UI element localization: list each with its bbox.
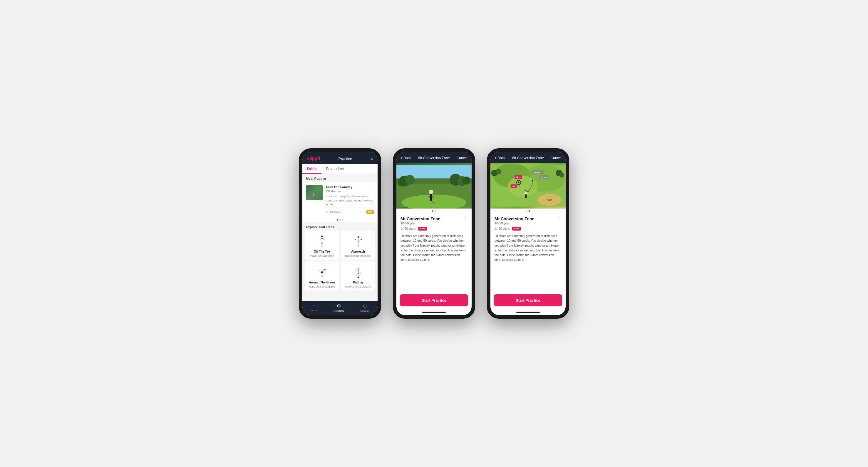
activities-icon: ⚙ [337,303,341,309]
approach-skill-icon [351,234,366,249]
svg-point-16 [357,236,359,238]
shots-count: 10 shots [330,210,340,213]
svg-point-46 [462,176,470,185]
drill-description-p3: 20 shots are randomly generated at dista… [495,234,561,262]
drill-thumbnail: 🏌️ [306,185,323,200]
svg-point-8 [321,238,322,239]
cancel-button-p3[interactable]: Cancel [551,156,561,160]
svg-point-23 [324,269,326,270]
atg-skill-name: Around The Green [309,281,335,284]
menu-icon[interactable]: ≡ [371,156,373,161]
phone-3-screen: < Back 6ft Conversion Zone Cancel [490,152,566,315]
svg-point-17 [321,275,323,277]
featured-drill-card[interactable]: 🏌️ Find The Fairway Off The Tee Create a… [302,182,378,217]
golf-scene-svg [396,163,472,208]
drill-description: 20 shots are randomly generated at dista… [401,234,467,262]
svg-point-14 [355,239,356,240]
phone-2: < Back 6ft Conversion Zone Cancel [393,148,475,319]
tab-favourites[interactable]: Favourites [321,164,349,174]
svg-text:ROUGH: ROUGH [541,176,547,178]
putting-skill-icon [351,265,366,279]
phone-2-content: 6ft Conversion Zone 10-50 yds ♡ ⏱ 20 sho… [396,213,472,291]
drill-card-subtitle: Off The Tee [326,190,374,193]
skill-card-putting[interactable]: Putting Make and lag practice [341,261,375,291]
svg-point-42 [405,175,414,185]
drill-card-description: Create an imaginary fairway using trees … [326,194,374,206]
svg-point-66 [525,192,527,194]
phone-3: < Back 6ft Conversion Zone Cancel [487,148,569,319]
svg-point-48 [429,190,433,194]
arg-badge-p2: ARG [418,227,427,231]
arg-badge-p3: ARG [512,227,521,231]
svg-rect-65 [525,194,527,198]
bottom-nav: ⌂ Home ⚙ Activities ⊕ Capture [302,301,378,315]
img-dot-1 [432,210,433,212]
svg-point-0 [321,245,323,247]
back-button-p2[interactable]: < Back [401,156,411,160]
phone-2-header: < Back 6ft Conversion Zone Cancel [396,152,472,163]
clock-icon: ⏱ [326,210,329,213]
drill-name-p3: 6ft Conversion Zone [495,216,534,221]
svg-point-25 [318,270,319,271]
atg-skill-icon [315,265,330,279]
atg-skill-desc: Hone your short game [309,285,335,288]
drill-meta-p3: ⏱ 20 shots ARG [495,227,561,231]
dot-2 [339,219,341,221]
svg-point-34 [355,275,356,276]
skill-card-approach[interactable]: Approach Dial-in to hit the green [341,231,375,260]
drill-meta: ⏱ 20 shots ARG [401,227,467,231]
phone-3-title: 6ft Conversion Zone [512,156,544,160]
dot-1 [337,219,338,221]
shots-label: ⏱ 10 shots [326,210,340,213]
svg-text:Miss: Miss [516,176,521,178]
svg-rect-49 [428,197,434,198]
svg-point-43 [398,178,406,186]
phone-3-header: < Back 6ft Conversion Zone Cancel [490,152,566,163]
approach-skill-desc: Dial-in to hit the green [345,254,371,257]
drill-header-p3: 6ft Conversion Zone 10-50 yds ♡ [495,216,561,225]
tab-drills[interactable]: Drills [302,164,321,174]
svg-point-72 [518,181,519,183]
drill-thumbnail-bg: 🏌️ [306,185,323,200]
tabs-bar: Drills Favourites [302,164,378,174]
nav-capture[interactable]: ⊕ Capture [360,303,370,312]
phone-1-screen: clippd Practice ≡ Drills Favourites Most… [302,152,378,315]
favourite-icon-p3[interactable]: ♡ [558,216,561,221]
drill-map-image: Miss Hit FAIRWAY ROUGH SAND [490,163,566,208]
map-scene-svg: Miss Hit FAIRWAY ROUGH SAND [490,163,566,208]
image-pagination-dots-p3 [490,208,566,213]
back-button-p3[interactable]: < Back [495,156,505,160]
svg-line-1 [320,238,322,245]
favourite-icon[interactable]: ♡ [371,185,374,189]
drill-header: 6ft Conversion Zone 10-50 yds ♡ [401,216,467,225]
home-indicator-p3 [490,309,566,315]
header-title: Practice [338,157,352,161]
app-logo: clippd [307,156,320,161]
svg-point-68 [496,169,501,174]
svg-text:FAIRWAY: FAIRWAY [534,171,542,173]
svg-point-15 [361,239,362,240]
explore-label: Explore skill areas [302,222,378,231]
ott-skill-name: Off The Tee [314,250,330,253]
cancel-button-p2[interactable]: Cancel [457,156,467,160]
img-dot-p3-1 [526,210,527,212]
img-dot-2 [435,210,436,212]
skill-card-atg[interactable]: Around The Green Hone your short game [305,261,339,291]
drill-range-p3: 10-50 yds [495,222,534,225]
phone-2-screen: < Back 6ft Conversion Zone Cancel [396,152,472,315]
drill-name-group-p3: 6ft Conversion Zone 10-50 yds [495,216,534,225]
home-icon: ⌂ [313,303,316,308]
dot-3 [342,219,343,221]
clock-icon-p2: ⏱ [401,227,403,230]
nav-activities[interactable]: ⚙ Activities [334,303,344,312]
svg-line-5 [323,238,326,240]
svg-line-3 [318,238,320,240]
favourite-icon-p2[interactable]: ♡ [464,216,467,221]
drill-card-body: Find The Fairway Off The Tee Create an i… [326,185,374,214]
nav-home[interactable]: ⌂ Home [310,303,317,312]
drill-card-title: Find The Fairway [326,185,374,189]
start-practice-button-p3[interactable]: Start Practice [494,294,562,306]
shots-info: ⏱ 20 shots [401,227,416,230]
skill-card-ott[interactable]: Off The Tee Power and accuracy [305,231,339,260]
start-practice-button-p2[interactable]: Start Practice [400,294,468,306]
